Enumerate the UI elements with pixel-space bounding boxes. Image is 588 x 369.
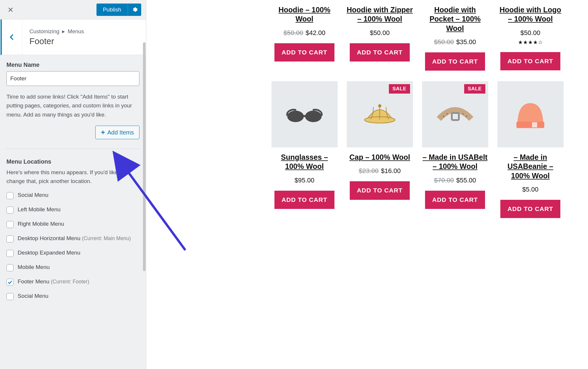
location-label: Social Menu xyxy=(18,293,49,299)
checkbox[interactable] xyxy=(6,293,14,300)
location-label: Desktop Expanded Menu xyxy=(18,250,80,256)
add-items-button[interactable]: + Add Items xyxy=(95,126,139,139)
product-card: Hoodie with Logo – 100% Wool$50.00★★★★☆A… xyxy=(497,0,564,71)
product-card: SALECap – 100% Wool$23.00$16.00ADD TO CA… xyxy=(346,81,414,218)
product-card: Hoodie with Pocket – 100% Wool$50.00$35.… xyxy=(421,0,489,71)
old-price: $50.00 xyxy=(284,29,303,36)
product-title[interactable]: Hoodie with Zipper – 100% Wool xyxy=(347,5,413,24)
product-image-icon xyxy=(436,98,474,131)
add-to-cart-button[interactable]: ADD TO CART xyxy=(500,200,560,218)
current-price: $16.00 xyxy=(381,167,401,174)
location-checkbox[interactable]: Desktop Expanded Menu xyxy=(6,250,139,257)
product-title[interactable]: Sunglasses – 100% Wool xyxy=(271,153,338,171)
product-thumbnail[interactable] xyxy=(271,81,338,147)
panel-body: Menu Name Time to add some links! Click … xyxy=(0,55,146,312)
location-checkbox[interactable]: Desktop Horizontal Menu (Current: Main M… xyxy=(6,235,139,242)
current-price: $5.00 xyxy=(522,186,538,193)
publish-group: Publish xyxy=(96,4,141,16)
star-rating: ★★★★☆ xyxy=(518,39,543,46)
product-title[interactable]: – Made in USABeanie – 100% Wool xyxy=(497,153,564,180)
product-price: $95.00 xyxy=(294,177,314,184)
product-title[interactable]: Hoodie with Logo – 100% Wool xyxy=(497,5,564,24)
checkbox[interactable] xyxy=(6,192,14,199)
product-image-icon xyxy=(511,98,549,131)
product-card: – Made in USABeanie – 100% Wool$5.00ADD … xyxy=(497,81,564,218)
location-checkbox[interactable]: Right Mobile Menu xyxy=(6,221,139,228)
panel-scroll[interactable]: Customizing ▸ Menus Footer Menu Name Tim… xyxy=(0,19,146,369)
add-to-cart-button[interactable]: ADD TO CART xyxy=(425,191,485,209)
location-label: Desktop Horizontal Menu (Current: Main M… xyxy=(18,235,131,242)
product-price: $50.00$42.00 xyxy=(284,29,326,37)
product-title[interactable]: Hoodie – 100% Wool xyxy=(271,5,338,24)
preview-pane: Hoodie – 100% Wool$50.00$42.00ADD TO CAR… xyxy=(153,0,588,369)
publish-button[interactable]: Publish xyxy=(96,4,128,16)
product-thumbnail[interactable]: SALE xyxy=(347,81,413,147)
customizer-panel: Publish Customizing ▸ Menus Footer Menu … xyxy=(0,0,146,369)
breadcrumb-root: Customizing xyxy=(29,28,59,34)
old-price: $23.00 xyxy=(359,167,379,174)
add-to-cart-button[interactable]: ADD TO CART xyxy=(274,191,334,209)
menu-name-input[interactable] xyxy=(6,71,139,86)
product-title[interactable]: – Made in USABelt – 100% Wool xyxy=(422,153,488,171)
checkbox[interactable] xyxy=(6,207,14,214)
product-price: $50.00 xyxy=(370,29,389,37)
publish-settings-button[interactable] xyxy=(128,4,141,16)
sale-badge: SALE xyxy=(464,84,485,94)
product-thumbnail[interactable] xyxy=(497,81,564,147)
product-price: $50.00$35.00 xyxy=(434,38,476,46)
location-checkbox[interactable]: Social Menu xyxy=(6,293,139,300)
location-checkbox[interactable]: Left Mobile Menu xyxy=(6,206,139,214)
product-title[interactable]: Cap – 100% Wool xyxy=(349,153,410,162)
product-title[interactable]: Hoodie with Pocket – 100% Wool xyxy=(422,5,488,33)
location-checkbox[interactable]: Social Menu xyxy=(6,192,139,199)
add-to-cart-button[interactable]: ADD TO CART xyxy=(500,52,560,70)
divider xyxy=(5,149,141,149)
plus-icon: + xyxy=(101,129,105,136)
product-card: Hoodie with Zipper – 100% Wool$50.00ADD … xyxy=(346,0,414,71)
locations-heading: Menu Locations xyxy=(6,158,139,165)
product-image-icon xyxy=(361,98,399,131)
scrollbar[interactable] xyxy=(142,42,146,369)
add-to-cart-button[interactable]: ADD TO CART xyxy=(425,52,485,71)
breadcrumb-leaf: Menus xyxy=(68,28,84,34)
help-text: Time to add some links! Click "Add Items… xyxy=(6,92,139,119)
location-label: Footer Menu (Current: Footer) xyxy=(18,278,89,285)
product-image-icon xyxy=(285,98,324,131)
product-price: $23.00$16.00 xyxy=(359,167,401,175)
customizer-header: Publish xyxy=(0,0,146,19)
add-items-label: Add Items xyxy=(107,129,134,136)
add-to-cart-button[interactable]: ADD TO CART xyxy=(274,43,334,61)
product-card: Hoodie – 100% Wool$50.00$42.00ADD TO CAR… xyxy=(271,0,338,71)
add-to-cart-button[interactable]: ADD TO CART xyxy=(350,181,409,200)
locations-desc: Here's where this menu appears. If you'd… xyxy=(6,168,139,185)
add-to-cart-button[interactable]: ADD TO CART xyxy=(350,43,409,61)
sale-badge: SALE xyxy=(389,84,410,94)
checkbox[interactable] xyxy=(6,279,14,286)
checkbox[interactable] xyxy=(6,264,14,271)
product-thumbnail[interactable]: SALE xyxy=(422,81,488,147)
location-checkbox[interactable]: Footer Menu (Current: Footer) xyxy=(6,278,139,286)
close-button[interactable] xyxy=(5,4,16,16)
section-title: Footer xyxy=(29,36,84,46)
location-checkbox[interactable]: Mobile Menu xyxy=(6,264,139,271)
location-meta: (Current: Main Menu) xyxy=(82,235,131,241)
back-button[interactable] xyxy=(2,19,22,55)
product-price: $5.00 xyxy=(522,186,538,193)
current-price: $42.00 xyxy=(306,29,325,36)
checkbox[interactable] xyxy=(6,235,14,242)
close-icon xyxy=(7,6,14,13)
checkbox[interactable] xyxy=(6,250,14,257)
old-price: $50.00 xyxy=(434,38,454,46)
current-price: $55.00 xyxy=(456,177,476,184)
current-price: $35.00 xyxy=(456,38,476,46)
breadcrumb-sep: ▸ xyxy=(61,28,66,34)
locations-list: Social Menu Left Mobile Menu Right Mobil… xyxy=(6,192,139,312)
current-price: $50.00 xyxy=(520,29,540,36)
location-label: Right Mobile Menu xyxy=(18,221,64,227)
breadcrumb-row: Customizing ▸ Menus Footer xyxy=(1,19,146,55)
checkbox[interactable] xyxy=(6,221,14,228)
location-label: Left Mobile Menu xyxy=(18,206,61,213)
gear-icon xyxy=(132,7,138,13)
product-price: $50.00 xyxy=(520,29,540,37)
old-price: $70.00 xyxy=(434,177,454,184)
